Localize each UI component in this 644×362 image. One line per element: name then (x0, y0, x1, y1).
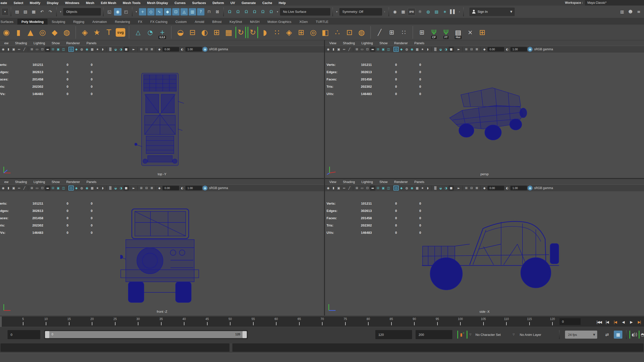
exposure-field[interactable]: 0.00 (488, 186, 504, 190)
anim-layer-caret-icon[interactable]: ▽ (513, 333, 515, 336)
menu-item-eate[interactable]: eate (0, 1, 10, 5)
clear-buffer-icon[interactable]: ⊠ (474, 47, 479, 52)
symmetry-field[interactable]: Symmetry: Off (339, 8, 382, 16)
mask-surfaces-icon[interactable]: ◆ (164, 8, 171, 16)
live-surface-caret-icon[interactable]: ▾ (276, 8, 279, 16)
bookmark-icon[interactable]: ▮ (331, 186, 336, 191)
undo-icon[interactable]: ↶ (38, 8, 46, 16)
bevel-icon[interactable]: ◈ (284, 27, 294, 38)
snap-to-projected-center-icon[interactable]: Ω (251, 8, 258, 16)
animation-end-field[interactable]: 200 (416, 330, 452, 339)
viewport-persp[interactable]: ViewShadingLightingShowRendererPanels ◉▮… (325, 40, 644, 178)
step-back-frame-button[interactable]: |◀ (603, 318, 611, 326)
xray-icon[interactable]: ◑ (118, 186, 124, 191)
mask-misc-icon[interactable]: ? (197, 8, 205, 16)
isolate-select-icon[interactable]: ► (131, 186, 136, 191)
range-end-handle[interactable] (243, 331, 247, 338)
separate-icon[interactable]: ⊟ (187, 27, 198, 38)
menu-item-mesh-tools[interactable]: Mesh Tools (119, 1, 144, 5)
gamma-icon[interactable]: ◐ (180, 186, 185, 191)
toon-shader-icon[interactable]: ∗ (441, 8, 449, 16)
shelf-collapse-icon[interactable]: ▾ (2, 8, 9, 16)
viewport-menu-lighting[interactable]: Lighting (358, 180, 376, 184)
command-line-input[interactable] (1, 343, 229, 352)
viewport-menu-renderer[interactable]: Renderer (391, 41, 411, 45)
viewport-menu-show[interactable]: Show (376, 41, 391, 45)
wheel-icon[interactable]: ◎ (308, 27, 318, 38)
wireframe-mode-icon[interactable]: ◇ (393, 47, 399, 52)
delete-chain-icon[interactable]: × (465, 27, 475, 38)
lighting-icon[interactable]: ★ (95, 47, 100, 52)
shelf-tab-custom[interactable]: Custom (171, 19, 191, 25)
range-slider[interactable]: 0 120 (44, 330, 248, 339)
channel-box-toggle-icon[interactable]: ≡ (635, 8, 642, 16)
exposure-toggle-icon[interactable]: ■ (449, 186, 454, 191)
save-scene-icon[interactable]: ▦ (30, 8, 37, 16)
viewport-menu-renderer[interactable]: Renderer (63, 180, 83, 184)
viewport-canvas-persp[interactable]: Verts:10121100Edges:30261300Faces:201458… (325, 53, 644, 178)
mask-rendering-icon[interactable]: ▥ (189, 8, 196, 16)
viewport-menu-view[interactable]: View (326, 180, 340, 184)
viewport-menu-panels[interactable]: Panels (83, 180, 100, 184)
material-mode-icon[interactable]: ◉ (84, 47, 90, 52)
gamma-icon[interactable]: ◐ (505, 186, 510, 191)
gate-mask-icon[interactable]: ▬ (370, 47, 375, 52)
lighting-icon[interactable]: ★ (420, 47, 425, 52)
gamma-icon[interactable]: ◐ (180, 47, 185, 52)
mask-joints-icon[interactable]: ◇ (147, 8, 155, 16)
point-pen-icon[interactable]: ∷ (398, 27, 409, 38)
motion-blur-icon[interactable]: ◒ (113, 186, 118, 191)
play-forwards-button[interactable]: ▶ (627, 318, 635, 326)
shelf-tab-rendering[interactable]: Rendering (111, 19, 134, 25)
film-gate-icon[interactable]: ▭ (34, 47, 40, 52)
mirror-icon[interactable]: ↻ (248, 27, 258, 38)
viewport-menu-ew[interactable]: ew (1, 180, 12, 184)
menu-item-cache[interactable]: Cache (259, 1, 275, 5)
menu-item-deform[interactable]: Deform (209, 1, 227, 5)
field-chart-icon[interactable]: ⊟ (50, 186, 56, 191)
shadows-icon[interactable]: ◗ (425, 47, 430, 52)
shaded-mode-icon[interactable]: ◆ (399, 47, 404, 52)
symmetry-caret-icon[interactable]: ▾ (335, 8, 339, 16)
timeline-ruler[interactable]: 5101520253035404550556065707580859095100… (0, 316, 557, 327)
poly-sphere-icon[interactable]: ◉ (1, 27, 12, 38)
grease-pencil-icon[interactable]: ╱ (347, 186, 352, 191)
field-chart-icon[interactable]: ⊟ (375, 186, 381, 191)
menu-item-help[interactable]: Help (275, 1, 289, 5)
textured-mode-icon[interactable]: ◍ (404, 47, 409, 52)
paste-buffer-icon[interactable]: ⊟ (469, 47, 474, 52)
copy-buffer-icon[interactable]: ⊞ (139, 186, 144, 191)
shelf-tab-fx-caching[interactable]: FX Caching (146, 19, 171, 25)
anim-layer-dropdown[interactable]: No Anim Layer (520, 330, 541, 339)
paste-buffer-icon[interactable]: ⊟ (144, 186, 149, 191)
menu-item-curves[interactable]: Curves (171, 1, 189, 5)
step-forward-key-button[interactable]: ▶| (635, 318, 643, 326)
viewport-menu-renderer[interactable]: Renderer (63, 41, 83, 45)
select-hierarchy-icon[interactable]: ◱ (106, 8, 113, 16)
ambient-occlusion-icon[interactable]: ▒ (108, 47, 113, 52)
wireframe-mode-icon[interactable]: ◇ (393, 186, 399, 191)
playback-loop-icon[interactable]: ⇄ (603, 331, 611, 339)
shadows-icon[interactable]: ◗ (425, 186, 430, 191)
menu-item-edit-mesh[interactable]: Edit Mesh (98, 1, 119, 5)
poly-cone-icon[interactable]: ▲ (25, 27, 36, 38)
lattice-icon[interactable]: ∷ (272, 27, 282, 38)
current-frame-marker[interactable] (0, 316, 2, 327)
fps-dropdown[interactable]: 24 fps▼ (565, 331, 597, 339)
viewport-menu-lighting[interactable]: Lighting (358, 41, 376, 45)
wireframe-on-shaded-icon[interactable]: ▩ (90, 186, 95, 191)
film-gate-icon[interactable]: ▭ (359, 186, 365, 191)
safe-title-icon[interactable]: ◫ (61, 186, 66, 191)
poly-disc-icon[interactable]: ◍ (61, 27, 72, 38)
gamma-field[interactable]: 1.00 (510, 186, 527, 190)
viewport-canvas-top[interactable]: Verts:10121100Edges:30261300Faces:201458… (0, 53, 324, 178)
mask-caret-icon[interactable]: ▾ (135, 8, 138, 16)
paste-buffer-icon[interactable]: ⊟ (469, 186, 474, 191)
wireframe-on-shaded-icon[interactable]: ▩ (415, 186, 420, 191)
mask-handles-icon[interactable]: + (139, 8, 146, 16)
2d-pan-zoom-icon[interactable]: ↔ (341, 186, 347, 191)
character-controls-toggle-icon[interactable]: ☻ (627, 8, 634, 16)
grid-toggle-icon[interactable]: ⊞ (354, 186, 359, 191)
shelf-tab-xgen[interactable]: XGen (295, 19, 312, 25)
character-set-caret-icon[interactable]: ▽ (469, 333, 471, 336)
